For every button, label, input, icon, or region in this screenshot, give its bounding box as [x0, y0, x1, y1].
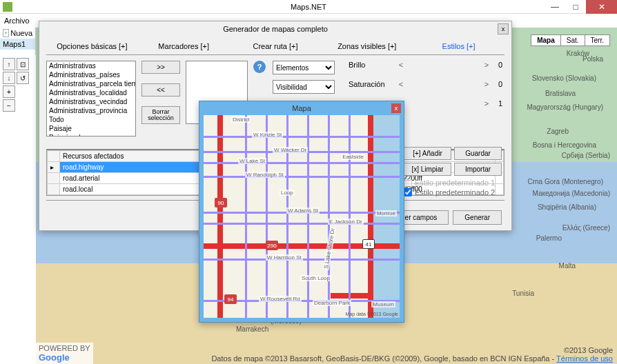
- map-label: Македонија (Macedonia): [533, 190, 610, 197]
- nav-fit-button[interactable]: ⊡: [17, 58, 29, 70]
- list-item[interactable]: Administrativas_vecindad: [47, 97, 135, 106]
- tree-item-label: Maps1: [3, 40, 26, 48]
- add-feature-button[interactable]: >>: [141, 61, 180, 74]
- dialog-tabs: Opciones básicas [+] Marcadores [+] Crea…: [46, 38, 505, 55]
- row-selector-icon: ▸: [48, 162, 60, 173]
- tab-basic-options[interactable]: Opciones básicas [+]: [46, 38, 138, 54]
- add-style-button[interactable]: [+] Añadir: [404, 147, 451, 160]
- menu-file[interactable]: Archivo: [4, 17, 30, 25]
- app-icon: [3, 2, 12, 12]
- tab-styles[interactable]: Estilos [+]: [413, 38, 505, 54]
- map-label: Tunisia: [512, 290, 534, 297]
- window-title-text: Maps.NET: [291, 3, 326, 11]
- list-item[interactable]: Administrativas_parcela tierra: [47, 79, 135, 88]
- nav-zoom-out-button[interactable]: −: [3, 99, 15, 112]
- highway-badge: 94: [224, 294, 237, 304]
- map-label: W Kinzie St: [252, 132, 283, 138]
- default-style-2-checkbox[interactable]: [404, 188, 412, 196]
- nav-down-button[interactable]: ↓: [3, 72, 15, 84]
- map-popup-canvas[interactable]: District W Kinzie St W Wacker Dr Eastsid…: [204, 115, 400, 318]
- brightness-decrease[interactable]: <: [395, 61, 407, 69]
- map-label: Monroe: [375, 210, 397, 216]
- map-label: Bosna i Hercegovina: [533, 141, 596, 149]
- map-label: Crna Gora (Montenegro): [528, 178, 604, 185]
- map-label: South Loop: [300, 275, 331, 281]
- tab-markers[interactable]: Marcadores [+]: [138, 38, 230, 54]
- dialog-close-button[interactable]: x: [498, 23, 509, 34]
- tree-panel: + Nueva Maps1: [0, 28, 36, 55]
- map-label: Shqipëria (Albania): [538, 203, 596, 211]
- saturation-label: Saturación: [349, 80, 391, 88]
- brightness-label: Brillo: [349, 61, 391, 69]
- list-item[interactable]: Administrativas: [47, 61, 135, 70]
- dialog-title-text: Generador de mapas completo: [223, 25, 328, 33]
- map-label: Palermo: [536, 234, 562, 242]
- map-type-map[interactable]: Mapa: [531, 35, 561, 46]
- map-label: Museum: [371, 301, 395, 307]
- map-preview-popup: Mapa x District W Kinzie St W Wack: [199, 101, 404, 323]
- saturation-value: 0: [496, 80, 505, 88]
- nav-up-button[interactable]: ↑: [3, 58, 15, 70]
- window-minimize-button[interactable]: —: [545, 0, 565, 14]
- map-label: W Randolph St: [245, 172, 285, 178]
- visibility-select[interactable]: Visibilidad: [273, 80, 335, 94]
- map-popup-title-text: Mapa: [292, 104, 311, 112]
- window-close-button[interactable]: ✕: [586, 0, 617, 14]
- map-label: Bratislava: [545, 90, 576, 97]
- tree-item-maps1[interactable]: Maps1: [0, 39, 35, 50]
- list-item[interactable]: Administrativas_países: [47, 70, 135, 79]
- list-item[interactable]: Paisaje: [47, 124, 135, 133]
- default-style-1-row: Estilo predeterminado 1: [404, 179, 502, 187]
- map-label: Србија (Serbia): [562, 152, 610, 159]
- remove-feature-button[interactable]: <<: [141, 83, 180, 97]
- google-text: Google: [39, 352, 90, 363]
- list-item[interactable]: Todo: [47, 115, 135, 124]
- map-label: W Harrison St: [266, 254, 303, 261]
- tab-create-route[interactable]: Crear ruta [+]: [230, 38, 322, 54]
- attribution-text: Datos de mapa ©2013 Basarsoft, GeoBasis-…: [211, 354, 556, 363]
- list-item[interactable]: Administrativas_provincia: [47, 106, 135, 115]
- list-item[interactable]: Administrativas_localidad: [47, 88, 135, 97]
- map-popup-titlebar[interactable]: Mapa x: [199, 101, 404, 115]
- map-label: Magyarország (Hungary): [527, 103, 603, 111]
- feature-types-listbox[interactable]: Administrativas Administrativas_países A…: [46, 61, 136, 136]
- terms-link[interactable]: Términos de uso: [556, 354, 613, 363]
- tab-visible-zones[interactable]: Zonas visibles [+]: [321, 38, 413, 54]
- clear-selection-button[interactable]: Borrar selección: [141, 106, 180, 124]
- map-popup-close-button[interactable]: x: [391, 103, 401, 113]
- elements-select[interactable]: Elementos: [273, 61, 335, 74]
- brightness-value: 0: [496, 61, 505, 69]
- powered-by-label: POWERED BY: [39, 344, 90, 352]
- map-type-sat[interactable]: Sat.: [561, 35, 585, 46]
- tree-item-label: Nueva: [10, 29, 32, 37]
- saturation-decrease[interactable]: <: [395, 80, 407, 88]
- map-label: W Roosevelt Rd: [259, 296, 302, 302]
- tree-item-new[interactable]: + Nueva: [0, 28, 35, 39]
- list-item[interactable]: Paisajes_humanos: [47, 133, 135, 136]
- style-action-buttons: [+] Añadir Guardar [x] Limpiar Importar …: [404, 147, 502, 196]
- map-label: Zagreb: [547, 128, 569, 135]
- nav-zoom-in-button[interactable]: +: [3, 85, 15, 98]
- map-label: Slovensko (Slovakia): [532, 74, 596, 82]
- highway-badge: 290: [266, 241, 278, 250]
- mini-map-attribution: Map data ©2013 Google: [346, 312, 398, 316]
- highway-badge: 41: [362, 239, 375, 249]
- save-style-button[interactable]: Guardar: [454, 147, 502, 160]
- dialog-titlebar[interactable]: Generador de mapas completo x: [39, 21, 511, 37]
- map-type-control: Mapa Sat. Terr.: [531, 34, 610, 46]
- default-style-1-checkbox: [404, 179, 412, 187]
- nav-panel: ↑ ⊡ ↓ ↺ + −: [3, 58, 33, 113]
- nav-reset-button[interactable]: ↺: [17, 72, 29, 84]
- map-type-terr[interactable]: Terr.: [585, 35, 609, 46]
- map-label: E Jackson Dr: [328, 219, 364, 225]
- import-style-button[interactable]: Importar: [454, 163, 502, 176]
- saturation-increase[interactable]: >: [481, 80, 492, 88]
- default-style-2-row[interactable]: Estilo predeterminado 2: [404, 188, 502, 196]
- info-icon[interactable]: ?: [253, 61, 266, 73]
- clear-style-button[interactable]: [x] Limpiar: [404, 163, 451, 176]
- map-attribution: ©2013 Google Datos de mapa ©2013 Basarso…: [211, 346, 613, 363]
- window-maximize-button[interactable]: □: [565, 0, 586, 14]
- brightness-increase[interactable]: >: [481, 61, 492, 69]
- third-increase[interactable]: >: [481, 99, 492, 108]
- generate-button[interactable]: Generar: [453, 210, 502, 225]
